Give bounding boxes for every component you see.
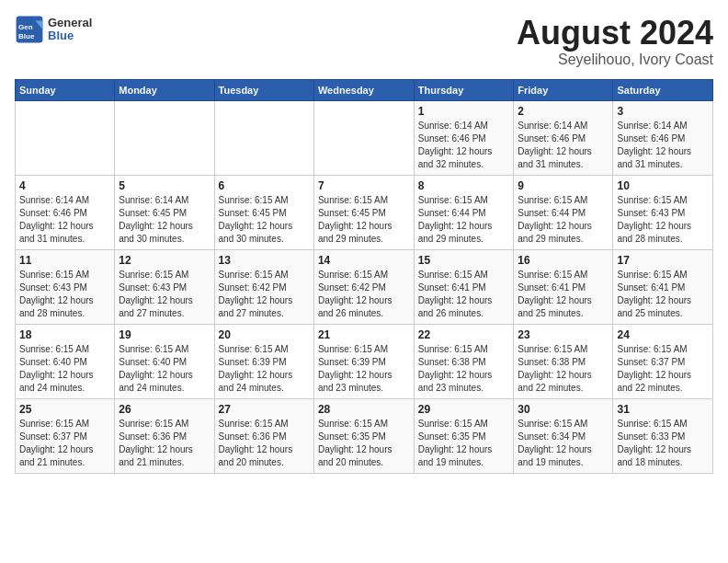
day-info: Sunrise: 6:14 AM Sunset: 6:46 PM Dayligh…	[617, 120, 709, 171]
day-number: 26	[119, 403, 210, 416]
calendar-cell: 31Sunrise: 6:15 AM Sunset: 6:33 PM Dayli…	[613, 398, 713, 473]
day-info: Sunrise: 6:14 AM Sunset: 6:46 PM Dayligh…	[518, 120, 609, 171]
calendar-cell: 10Sunrise: 6:15 AM Sunset: 6:43 PM Dayli…	[613, 175, 713, 249]
day-info: Sunrise: 6:15 AM Sunset: 6:45 PM Dayligh…	[219, 194, 310, 246]
calendar-cell	[313, 100, 414, 175]
day-number: 22	[418, 328, 510, 341]
day-info: Sunrise: 6:15 AM Sunset: 6:43 PM Dayligh…	[617, 194, 709, 246]
calendar-cell: 7Sunrise: 6:15 AM Sunset: 6:45 PM Daylig…	[313, 175, 414, 249]
calendar-cell: 9Sunrise: 6:15 AM Sunset: 6:44 PM Daylig…	[514, 175, 613, 249]
day-of-week-header: Friday	[514, 79, 613, 100]
day-number: 3	[617, 105, 709, 118]
calendar-cell: 17Sunrise: 6:15 AM Sunset: 6:41 PM Dayli…	[613, 249, 713, 324]
day-info: Sunrise: 6:15 AM Sunset: 6:44 PM Dayligh…	[418, 194, 510, 246]
calendar-cell: 8Sunrise: 6:15 AM Sunset: 6:44 PM Daylig…	[414, 175, 514, 249]
day-number: 8	[418, 179, 510, 192]
logo-icon: Gen Blue	[15, 15, 44, 44]
calendar-cell: 5Sunrise: 6:14 AM Sunset: 6:45 PM Daylig…	[115, 175, 214, 249]
day-number: 21	[318, 328, 410, 341]
day-info: Sunrise: 6:15 AM Sunset: 6:40 PM Dayligh…	[119, 343, 210, 395]
calendar-cell: 22Sunrise: 6:15 AM Sunset: 6:38 PM Dayli…	[414, 324, 514, 398]
day-info: Sunrise: 6:15 AM Sunset: 6:43 PM Dayligh…	[19, 269, 110, 320]
calendar-week-row: 4Sunrise: 6:14 AM Sunset: 6:46 PM Daylig…	[16, 175, 713, 249]
calendar-week-row: 1Sunrise: 6:14 AM Sunset: 6:46 PM Daylig…	[16, 100, 713, 175]
day-info: Sunrise: 6:15 AM Sunset: 6:43 PM Dayligh…	[119, 269, 210, 320]
calendar-body: 1Sunrise: 6:14 AM Sunset: 6:46 PM Daylig…	[16, 100, 713, 473]
day-number: 12	[119, 254, 210, 267]
calendar-cell: 12Sunrise: 6:15 AM Sunset: 6:43 PM Dayli…	[115, 249, 214, 324]
day-of-week-header: Thursday	[414, 79, 514, 100]
day-info: Sunrise: 6:15 AM Sunset: 6:44 PM Dayligh…	[518, 194, 609, 246]
day-number: 25	[19, 403, 110, 416]
calendar-cell: 2Sunrise: 6:14 AM Sunset: 6:46 PM Daylig…	[514, 100, 613, 175]
calendar-cell: 1Sunrise: 6:14 AM Sunset: 6:46 PM Daylig…	[414, 100, 514, 175]
day-number: 4	[19, 179, 110, 192]
calendar-cell: 15Sunrise: 6:15 AM Sunset: 6:41 PM Dayli…	[414, 249, 514, 324]
day-info: Sunrise: 6:14 AM Sunset: 6:46 PM Dayligh…	[418, 120, 510, 171]
day-info: Sunrise: 6:15 AM Sunset: 6:36 PM Dayligh…	[119, 418, 210, 469]
day-number: 24	[617, 328, 709, 341]
page-subtitle: Seyelihouo, Ivory Coast	[517, 52, 713, 68]
day-info: Sunrise: 6:15 AM Sunset: 6:38 PM Dayligh…	[418, 343, 510, 395]
day-number: 15	[418, 254, 510, 267]
day-number: 19	[119, 328, 210, 341]
day-info: Sunrise: 6:15 AM Sunset: 6:41 PM Dayligh…	[617, 269, 709, 320]
calendar-cell: 18Sunrise: 6:15 AM Sunset: 6:40 PM Dayli…	[16, 324, 115, 398]
day-info: Sunrise: 6:15 AM Sunset: 6:34 PM Dayligh…	[518, 418, 609, 469]
page-header: Gen Blue General Blue August 2024 Seyeli…	[15, 15, 713, 68]
calendar-week-row: 11Sunrise: 6:15 AM Sunset: 6:43 PM Dayli…	[16, 249, 713, 324]
day-of-week-header: Wednesday	[313, 79, 414, 100]
svg-text:Gen: Gen	[18, 23, 33, 31]
day-info: Sunrise: 6:15 AM Sunset: 6:39 PM Dayligh…	[318, 343, 410, 395]
day-info: Sunrise: 6:15 AM Sunset: 6:42 PM Dayligh…	[219, 269, 310, 320]
day-info: Sunrise: 6:15 AM Sunset: 6:36 PM Dayligh…	[219, 418, 310, 469]
day-number: 11	[19, 254, 110, 267]
day-info: Sunrise: 6:15 AM Sunset: 6:35 PM Dayligh…	[318, 418, 410, 469]
day-number: 17	[617, 254, 709, 267]
day-info: Sunrise: 6:15 AM Sunset: 6:37 PM Dayligh…	[19, 418, 110, 469]
day-info: Sunrise: 6:15 AM Sunset: 6:39 PM Dayligh…	[219, 343, 310, 395]
day-info: Sunrise: 6:15 AM Sunset: 6:35 PM Dayligh…	[418, 418, 510, 469]
day-info: Sunrise: 6:15 AM Sunset: 6:45 PM Dayligh…	[318, 194, 410, 246]
calendar-cell: 23Sunrise: 6:15 AM Sunset: 6:38 PM Dayli…	[514, 324, 613, 398]
calendar-cell: 26Sunrise: 6:15 AM Sunset: 6:36 PM Dayli…	[115, 398, 214, 473]
calendar-cell: 11Sunrise: 6:15 AM Sunset: 6:43 PM Dayli…	[16, 249, 115, 324]
day-of-week-header: Monday	[115, 79, 214, 100]
day-of-week-header: Sunday	[16, 79, 115, 100]
calendar-header: SundayMondayTuesdayWednesdayThursdayFrid…	[16, 79, 713, 100]
calendar-cell	[16, 100, 115, 175]
calendar-cell: 28Sunrise: 6:15 AM Sunset: 6:35 PM Dayli…	[313, 398, 414, 473]
day-number: 10	[617, 179, 709, 192]
logo-text: General Blue	[48, 17, 92, 43]
calendar-week-row: 18Sunrise: 6:15 AM Sunset: 6:40 PM Dayli…	[16, 324, 713, 398]
calendar-cell: 6Sunrise: 6:15 AM Sunset: 6:45 PM Daylig…	[214, 175, 313, 249]
day-info: Sunrise: 6:14 AM Sunset: 6:46 PM Dayligh…	[19, 194, 110, 246]
calendar-cell: 16Sunrise: 6:15 AM Sunset: 6:41 PM Dayli…	[514, 249, 613, 324]
calendar-cell: 29Sunrise: 6:15 AM Sunset: 6:35 PM Dayli…	[414, 398, 514, 473]
day-number: 5	[119, 179, 210, 192]
calendar-cell	[115, 100, 214, 175]
day-number: 16	[518, 254, 609, 267]
days-of-week-row: SundayMondayTuesdayWednesdayThursdayFrid…	[16, 79, 713, 100]
day-number: 30	[518, 403, 609, 416]
day-number: 28	[318, 403, 410, 416]
svg-text:Blue: Blue	[18, 32, 35, 40]
day-number: 7	[318, 179, 410, 192]
calendar-cell: 13Sunrise: 6:15 AM Sunset: 6:42 PM Dayli…	[214, 249, 313, 324]
day-number: 1	[418, 105, 510, 118]
day-info: Sunrise: 6:15 AM Sunset: 6:40 PM Dayligh…	[19, 343, 110, 395]
calendar-table: SundayMondayTuesdayWednesdayThursdayFrid…	[15, 79, 713, 474]
logo: Gen Blue General Blue	[15, 15, 92, 44]
day-info: Sunrise: 6:14 AM Sunset: 6:45 PM Dayligh…	[119, 194, 210, 246]
day-number: 27	[219, 403, 310, 416]
page-title: August 2024	[517, 15, 713, 52]
day-number: 29	[418, 403, 510, 416]
day-number: 23	[518, 328, 609, 341]
calendar-cell: 4Sunrise: 6:14 AM Sunset: 6:46 PM Daylig…	[16, 175, 115, 249]
logo-general-text: General	[48, 17, 92, 29]
day-info: Sunrise: 6:15 AM Sunset: 6:41 PM Dayligh…	[418, 269, 510, 320]
day-info: Sunrise: 6:15 AM Sunset: 6:42 PM Dayligh…	[318, 269, 410, 320]
calendar-cell: 24Sunrise: 6:15 AM Sunset: 6:37 PM Dayli…	[613, 324, 713, 398]
day-number: 2	[518, 105, 609, 118]
calendar-cell: 27Sunrise: 6:15 AM Sunset: 6:36 PM Dayli…	[214, 398, 313, 473]
